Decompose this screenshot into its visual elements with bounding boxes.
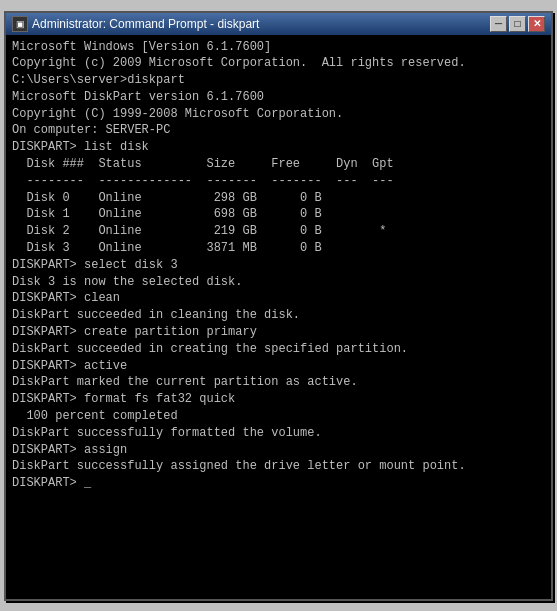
title-bar: ▣ Administrator: Command Prompt - diskpa…	[6, 13, 551, 35]
console-line: DISKPART> active	[12, 358, 545, 375]
console-line: Disk 3 is now the selected disk.	[12, 274, 545, 291]
console-line: Disk 0 Online 298 GB 0 B	[12, 190, 545, 207]
console-line: DISKPART> clean	[12, 290, 545, 307]
console-line: DISKPART> select disk 3	[12, 257, 545, 274]
console-line: -------- ------------- ------- ------- -…	[12, 173, 545, 190]
console-line: DISKPART> assign	[12, 442, 545, 459]
console-line: DISKPART> create partition primary	[12, 324, 545, 341]
console-line: Disk 1 Online 698 GB 0 B	[12, 206, 545, 223]
console-line: C:\Users\server>diskpart	[12, 72, 545, 89]
console-output: Microsoft Windows [Version 6.1.7600]Copy…	[6, 35, 551, 599]
window-title: Administrator: Command Prompt - diskpart	[32, 17, 259, 31]
cmd-window: ▣ Administrator: Command Prompt - diskpa…	[4, 11, 553, 601]
console-line: Microsoft DiskPart version 6.1.7600	[12, 89, 545, 106]
console-line: Microsoft Windows [Version 6.1.7600]	[12, 39, 545, 56]
console-line: DiskPart marked the current partition as…	[12, 374, 545, 391]
console-line: Copyright (C) 1999-2008 Microsoft Corpor…	[12, 106, 545, 123]
maximize-button[interactable]: □	[509, 16, 526, 32]
window-icon: ▣	[12, 16, 28, 32]
title-buttons: ─ □ ✕	[490, 16, 545, 32]
console-line: 100 percent completed	[12, 408, 545, 425]
console-line: DiskPart successfully assigned the drive…	[12, 458, 545, 475]
console-line: DiskPart succeeded in creating the speci…	[12, 341, 545, 358]
minimize-button[interactable]: ─	[490, 16, 507, 32]
close-button[interactable]: ✕	[528, 16, 545, 32]
console-line: Copyright (c) 2009 Microsoft Corporation…	[12, 55, 545, 72]
console-line: DiskPart successfully formatted the volu…	[12, 425, 545, 442]
title-bar-left: ▣ Administrator: Command Prompt - diskpa…	[12, 16, 259, 32]
console-line: DiskPart succeeded in cleaning the disk.	[12, 307, 545, 324]
console-line: On computer: SERVER-PC	[12, 122, 545, 139]
console-line: DISKPART> format fs fat32 quick	[12, 391, 545, 408]
console-line: DISKPART> _	[12, 475, 545, 492]
console-line: DISKPART> list disk	[12, 139, 545, 156]
console-line: Disk 2 Online 219 GB 0 B *	[12, 223, 545, 240]
console-line: Disk ### Status Size Free Dyn Gpt	[12, 156, 545, 173]
console-line: Disk 3 Online 3871 MB 0 B	[12, 240, 545, 257]
